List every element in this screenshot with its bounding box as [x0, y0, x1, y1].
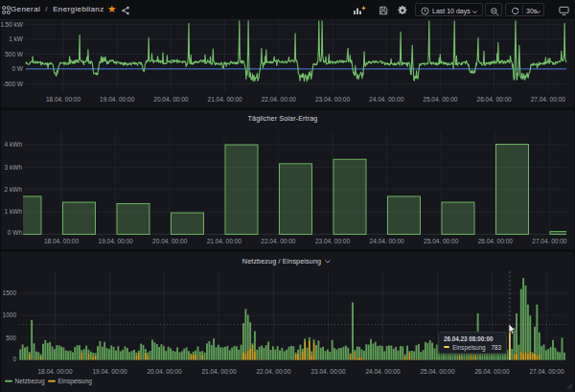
svg-text:21.04. 00:00: 21.04. 00:00	[201, 368, 237, 375]
svg-text:Netzbezug: Netzbezug	[15, 378, 45, 385]
svg-text:23.04. 00:00: 23.04. 00:00	[310, 368, 346, 375]
svg-text:25.04. 00:00: 25.04. 00:00	[420, 368, 455, 375]
svg-text:26.04. 00:00: 26.04. 00:00	[474, 368, 510, 375]
svg-text:1000: 1000	[3, 311, 17, 318]
svg-text:22.04. 00:00: 22.04. 00:00	[256, 368, 291, 375]
svg-text:18.04. 00:00: 18.04. 00:00	[37, 368, 73, 375]
svg-text:0: 0	[12, 356, 16, 362]
svg-text:Netzbezug / Einspeisung: Netzbezug / Einspeisung	[242, 257, 321, 265]
svg-text:19.04. 00:00: 19.04. 00:00	[92, 368, 127, 375]
svg-text:24.04. 00:00: 24.04. 00:00	[365, 368, 401, 375]
svg-text:1500: 1500	[3, 289, 17, 296]
svg-text:500: 500	[6, 334, 16, 341]
svg-text:27.04. 00:00: 27.04. 00:00	[529, 368, 564, 375]
svg-text:Einspeisung: Einspeisung	[58, 378, 93, 385]
svg-text:20.04. 00:00: 20.04. 00:00	[147, 368, 182, 375]
